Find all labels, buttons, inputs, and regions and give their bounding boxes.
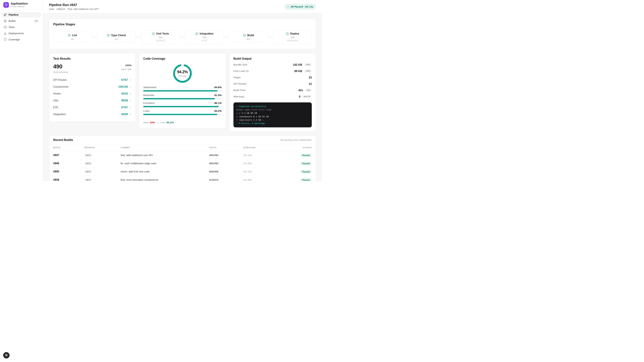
build-id: #846	[53, 162, 84, 165]
sidebar-item-coverage[interactable]: Coverage	[2, 37, 41, 42]
sidebar-item-label: Coverage	[8, 38, 20, 41]
app-logo-shield-icon	[3, 2, 9, 8]
table-row[interactable]: #847 main feat: add stabilized user API …	[49, 151, 316, 159]
stage-name: Integration	[200, 32, 214, 35]
sidebar-item-deployments[interactable]: Deployments	[2, 31, 41, 36]
build-metric-label: Build Time	[234, 89, 298, 92]
sidebar-item-label: Deployments	[8, 32, 24, 35]
check-icon: ✓	[130, 106, 132, 109]
table-row[interactable]: #844 main feat: error boundary component…	[49, 176, 316, 181]
builds-table-header: BUILD BRANCH COMMIT TESTS DURATION STATU…	[49, 144, 316, 151]
build-output-card: Build Output Bundle Size 142 KB -34% Fir…	[229, 53, 316, 132]
col-tests: TESTS	[209, 146, 243, 149]
coverage-bar-row: Lines 94.2%	[143, 109, 222, 115]
app-subtitle: CI/CD Pipeline	[11, 5, 28, 8]
coverage-bar-track	[143, 90, 222, 91]
pipeline-stages-card: Pipeline Stages Lint 8s › Type Check 12s	[49, 19, 316, 49]
stage-duration: 42s	[247, 38, 250, 40]
build-metric-value: 0	[299, 95, 300, 98]
terminal-line-prefix: ✓	[236, 105, 239, 108]
stage-detail: Production	[287, 39, 298, 42]
build-duration: 2m 22s	[243, 170, 289, 173]
build-metric-label: Pages	[234, 76, 309, 79]
build-output-row: Build Time 42s -18s	[234, 87, 312, 93]
build-terminal: ✓ Compiled successfullyRoute (app) Size …	[234, 102, 312, 127]
check-icon: ✓	[130, 92, 132, 95]
stage-connector: ›	[92, 36, 97, 38]
test-suite-label: Components	[53, 85, 68, 88]
test-result-row: Hooks 42/42✓	[53, 90, 132, 97]
code-coverage-title: Code Coverage	[143, 57, 222, 60]
test-results-list: API Routes 67/67✓ Components 156/156✓ Ho…	[53, 76, 132, 118]
stage-name: Build	[247, 34, 254, 37]
col-branch: BRANCH	[84, 146, 120, 149]
check-circle-icon	[152, 32, 155, 35]
check-circle-icon	[107, 34, 110, 37]
build-metric-value: 142 KB	[293, 63, 302, 66]
sidebar-item-tests[interactable]: Tests	[2, 24, 41, 30]
table-row[interactable]: #846 main fix: auth middleware edge case…	[49, 159, 316, 168]
coverage-bar-track	[143, 114, 222, 115]
test-results-title: Test Results	[53, 57, 132, 60]
pass-rate-value: 100%	[121, 64, 132, 67]
test-suite-label: E2E	[53, 106, 58, 109]
build-metric-label: Bundle Size	[234, 63, 293, 66]
build-output-row: Bundle Size 142 KB -34%	[234, 61, 312, 68]
coverage-center-label: coverage	[178, 75, 187, 77]
tests-passing-label: tests passing	[53, 70, 68, 73]
pipeline-stage-card[interactable]: Lint 8s	[53, 32, 92, 43]
build-output-row: Pages 23	[234, 74, 312, 81]
coverage-bar-fill	[143, 98, 215, 99]
status-passed-badge: Passed	[300, 178, 312, 181]
coverage-bars: Statements 94.8% Branches 91.3% Function…	[143, 86, 222, 115]
tests-count: 490/490	[209, 154, 243, 157]
stages-row: Lint 8s › Type Check 12s › Unit Tests	[53, 30, 312, 44]
pipeline-stage-card[interactable]: Deploy 18s Production	[273, 30, 312, 44]
build-metric-label: First Load JS	[234, 69, 294, 72]
terminal-line-text: /dashboard 8.1 kB 92 kB	[239, 115, 269, 118]
test-result-row: Integration 69/69✓	[53, 111, 132, 118]
commit-message: feat: add stabilized user API	[120, 154, 209, 157]
test-result-row: E2E 67/67✓	[53, 104, 132, 111]
git-branch-icon	[4, 13, 7, 16]
stage-connector: ›	[136, 36, 142, 38]
table-row[interactable]: #845 main chore: add E2E test suite 488/…	[49, 168, 316, 176]
terminal-line-prefix: ƒ	[236, 119, 239, 121]
build-output-row: First Load JS 89 KB -28%	[234, 68, 312, 74]
check-circle-icon	[286, 32, 289, 35]
recent-builds-note: All passing since stabilization	[280, 139, 312, 141]
build-metric-value: 12	[309, 82, 312, 85]
terminal-line-text: Route (app) Size First Load	[236, 108, 271, 111]
pipeline-stage-card[interactable]: Build 42s	[229, 32, 268, 43]
test-suite-label: API Routes	[53, 78, 67, 81]
branch-pill: main	[84, 178, 92, 181]
test-suite-label: Integration	[53, 113, 66, 116]
pipeline-stage-card[interactable]: Integration 28s 67/67	[185, 30, 224, 44]
stage-connector: ›	[180, 36, 185, 38]
coverage-bar-label: Lines	[143, 109, 150, 112]
page-title: Pipeline Run #847	[49, 3, 99, 7]
coverage-bar-track	[143, 106, 222, 107]
status-badge-label: All Passed · 2m 14s	[291, 5, 313, 8]
build-id: #847	[53, 154, 84, 157]
terminal-line: ○ /dashboard 8.1 kB 92 kB	[236, 115, 309, 118]
test-suite-label: Utils	[53, 99, 58, 102]
stage-name: Unit Tests	[156, 32, 169, 35]
sidebar-item-pipeline[interactable]: Pipeline	[2, 12, 41, 17]
tests-count: 488/488	[209, 170, 243, 173]
main-area: Pipeline Run #847 main · a3f9c2d · "feat…	[43, 0, 322, 181]
stage-duration: 8s	[71, 38, 74, 40]
coverage-bar-fill	[143, 106, 218, 107]
stage-name: Deploy	[290, 32, 299, 35]
coverage-bar-value: 96.1%	[214, 102, 222, 105]
tests-count: 490/490	[209, 162, 243, 165]
check-icon: ✓	[130, 99, 132, 102]
coverage-bar-value: 94.2%	[214, 109, 222, 112]
build-metric-badge: -28%	[304, 69, 312, 73]
test-suite-value: 156/156	[118, 85, 128, 88]
pipeline-stage-card[interactable]: Unit Tests 34s 423/423	[141, 30, 180, 44]
build-id: #844	[53, 178, 84, 181]
sidebar-item-builds[interactable]: Builds 24	[2, 18, 41, 24]
build-metric-value: 89 KB	[294, 69, 302, 73]
pipeline-stage-card[interactable]: Type Check 12s	[97, 32, 136, 43]
